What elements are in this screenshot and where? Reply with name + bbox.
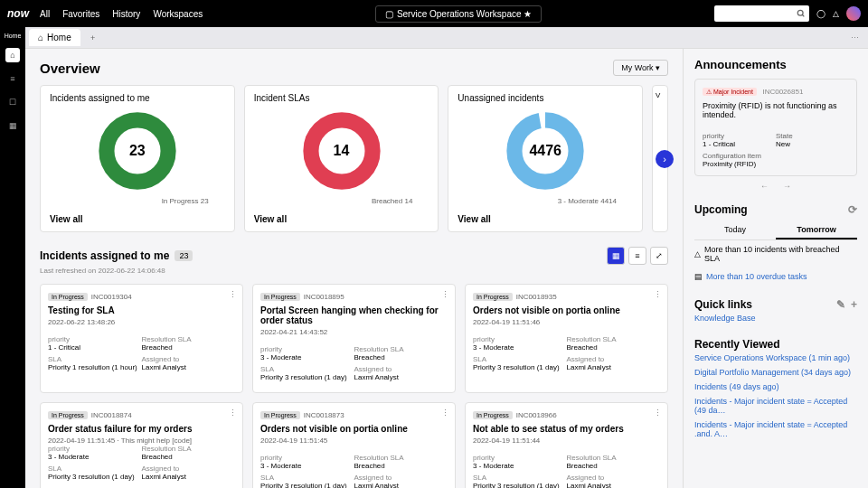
card-title: Incidents assigned to me xyxy=(50,93,225,103)
incident-number: INC0018935 xyxy=(516,293,557,301)
tab-overflow-icon[interactable]: ⋯ xyxy=(851,33,868,42)
home-icon: ⌂ xyxy=(38,33,43,42)
incident-card[interactable]: In ProgressINC0018874 ⋮ Order status fai… xyxy=(40,402,243,488)
incident-card[interactable]: In ProgressINC0018895 ⋮ Portal Screen ha… xyxy=(252,284,456,393)
card-value: 14 xyxy=(334,143,350,159)
bell-icon[interactable]: △ xyxy=(833,9,839,18)
help-icon[interactable]: ◯ xyxy=(816,9,826,18)
recent-link[interactable]: Incidents - Major incident state = Accep… xyxy=(694,394,857,418)
refresh-icon[interactable]: ⟳ xyxy=(848,203,857,216)
more-icon[interactable]: ⋮ xyxy=(441,290,449,299)
incident-grid: In ProgressINC0019304 ⋮ Testing for SLA … xyxy=(40,284,668,488)
logo: now xyxy=(7,7,29,20)
user-avatar[interactable] xyxy=(846,6,861,21)
recent-link[interactable]: Service Operations Workspace (1 min ago) xyxy=(694,351,857,365)
tab-home[interactable]: ⌂ Home xyxy=(29,29,80,46)
view-expand-button[interactable]: ⤢ xyxy=(650,247,668,265)
announcement-card[interactable]: ⚠ Major Incident INC0026851 Proximity (R… xyxy=(694,79,857,176)
more-icon[interactable]: ⋮ xyxy=(654,290,662,299)
section-title: Incidents assigned to me xyxy=(40,249,169,262)
alert-link[interactable]: More than 10 overdue tasks xyxy=(706,272,807,281)
card-unassigned[interactable]: Unassigned incidents 4476 3 - Moderate 4… xyxy=(448,85,643,232)
window-icon: ▢ xyxy=(385,9,393,19)
incident-card[interactable]: In ProgressINC0018935 ⋮ Orders not visib… xyxy=(465,284,668,393)
incident-card[interactable]: In ProgressINC0019304 ⋮ Testing for SLA … xyxy=(40,284,243,393)
ann-next-icon[interactable]: → xyxy=(783,182,791,191)
rail-grid-icon[interactable]: ▦ xyxy=(5,118,20,133)
svg-point-0 xyxy=(797,10,803,15)
card-slas[interactable]: Incident SLAs 14 Breached 14 View all xyxy=(244,85,439,232)
refreshed-text: Last refreshed on 2022-06-22 14:06:48 xyxy=(40,267,668,275)
incident-number: INC0018873 xyxy=(304,411,344,419)
status-badge: In Progress xyxy=(48,411,88,419)
more-icon[interactable]: ⋮ xyxy=(654,408,662,418)
add-tab-button[interactable]: + xyxy=(84,29,102,47)
rail-inbox-icon[interactable]: ☐ xyxy=(5,95,20,109)
upcoming-title: Upcoming xyxy=(694,203,748,216)
status-badge: In Progress xyxy=(260,411,300,419)
view-all-link[interactable]: View all xyxy=(458,214,491,224)
carousel-next-button[interactable]: › xyxy=(656,150,674,168)
warn-icon: △ xyxy=(694,249,701,258)
view-grid-button[interactable]: ▦ xyxy=(607,247,625,265)
status-badge: In Progress xyxy=(48,293,88,301)
view-list-button[interactable]: ≡ xyxy=(628,247,646,265)
svg-line-1 xyxy=(802,14,804,16)
status-badge: In Progress xyxy=(473,411,513,419)
more-icon[interactable]: ⋮ xyxy=(229,290,237,299)
incident-title: Testing for SLA xyxy=(48,305,235,315)
card-title: Incident SLAs xyxy=(254,93,429,103)
overview-title: Overview xyxy=(40,61,100,76)
rail-list-icon[interactable]: ≡ xyxy=(5,71,20,86)
card-label: In Progress 23 xyxy=(50,197,209,205)
recent-link[interactable]: Incidents (49 days ago) xyxy=(694,380,857,394)
more-icon[interactable]: ⋮ xyxy=(441,408,449,418)
workspace-selector[interactable]: ▢ Service Operations Workspace ★ xyxy=(375,5,542,23)
quicklink-kb[interactable]: Knowledge Base xyxy=(694,311,857,325)
incident-title: Orders not visible on portia online xyxy=(473,305,660,315)
recent-link[interactable]: Digital Portfolio Management (34 days ag… xyxy=(694,365,857,380)
nav-favorites[interactable]: Favorites xyxy=(62,9,99,19)
workspace-name: Service Operations Workspace ★ xyxy=(397,9,532,19)
global-search[interactable] xyxy=(714,5,809,22)
rail-home-label: Home xyxy=(5,33,22,39)
nav-all[interactable]: All xyxy=(40,9,50,19)
incident-number: INC0018895 xyxy=(304,293,344,301)
view-all-link[interactable]: View all xyxy=(254,214,288,224)
incident-title: Order status failure for my orders xyxy=(48,424,235,434)
status-badge: In Progress xyxy=(260,293,300,301)
incident-title: Not able to see status of my orders xyxy=(473,424,660,434)
nav-history[interactable]: History xyxy=(112,9,140,19)
incident-card[interactable]: In ProgressINC0018966 ⋮ Not able to see … xyxy=(465,402,668,488)
card-title: Unassigned incidents xyxy=(458,93,633,103)
add-icon[interactable]: + xyxy=(851,298,857,311)
more-icon[interactable]: ⋮ xyxy=(229,408,237,418)
card-value: 4476 xyxy=(529,143,561,159)
nav-workspaces[interactable]: Workspaces xyxy=(153,9,203,19)
incident-number: INC0019304 xyxy=(91,293,132,301)
section-header: Incidents assigned to me 23 ▦ ≡ ⤢ xyxy=(40,247,668,265)
incident-time: 2022-04-19 11:51:44 xyxy=(473,436,660,445)
recent-link[interactable]: Incidents - Major incident state = Accep… xyxy=(694,418,857,441)
view-all-link[interactable]: View all xyxy=(50,214,83,224)
mywork-dropdown[interactable]: My Work ▾ xyxy=(613,60,668,76)
top-bar: now All Favorites History Workspaces ▢ S… xyxy=(0,0,868,27)
incident-number: INC0018874 xyxy=(91,411,132,419)
ann-prev-icon[interactable]: ← xyxy=(760,182,769,191)
incident-title: Orders not visible on portia online xyxy=(260,424,448,434)
incident-card[interactable]: In ProgressINC0018873 ⋮ Orders not visib… xyxy=(252,402,456,488)
rail-home-icon[interactable]: ⌂ xyxy=(5,48,20,62)
incident-time: 2022-04-19 11:51:45 · This might help [c… xyxy=(48,436,235,484)
tab-tomorrow[interactable]: Tomorrow xyxy=(776,221,857,239)
announcements-title: Announcements xyxy=(694,58,857,71)
tab-today[interactable]: Today xyxy=(694,221,776,239)
recent-list: Service Operations Workspace (1 min ago)… xyxy=(694,351,857,441)
incident-time: 2022-04-19 11:51:45 xyxy=(260,436,448,445)
top-nav: All Favorites History Workspaces xyxy=(40,9,203,19)
incident-time: 2022-04-21 14:43:52 xyxy=(260,328,448,336)
alert-text: More than 10 incidents with breached SLA xyxy=(704,245,857,263)
search-icon xyxy=(797,9,806,18)
announcement-message: Proximity (RFID) is not functioning as i… xyxy=(703,101,849,119)
card-assigned[interactable]: Incidents assigned to me 23 In Progress … xyxy=(40,85,235,232)
edit-icon[interactable]: ✎ xyxy=(836,298,845,311)
